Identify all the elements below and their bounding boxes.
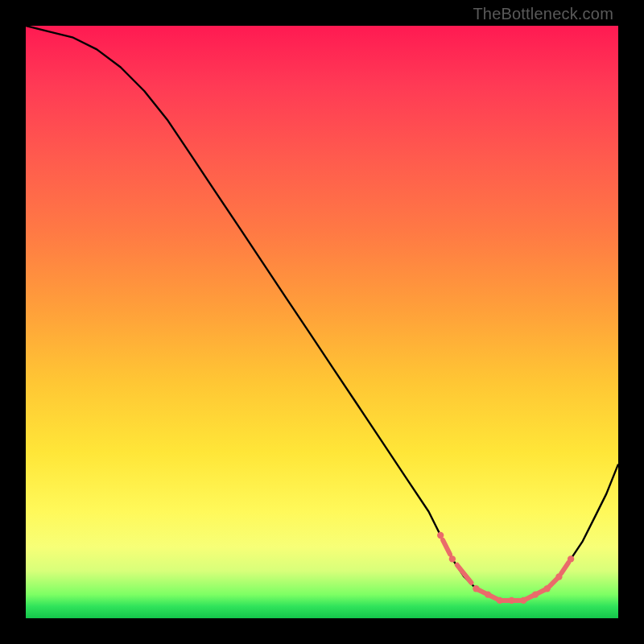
watermark-label: TheBottleneck.com xyxy=(473,5,613,23)
gradient-plot-background xyxy=(26,26,618,618)
chart-frame xyxy=(26,26,618,618)
